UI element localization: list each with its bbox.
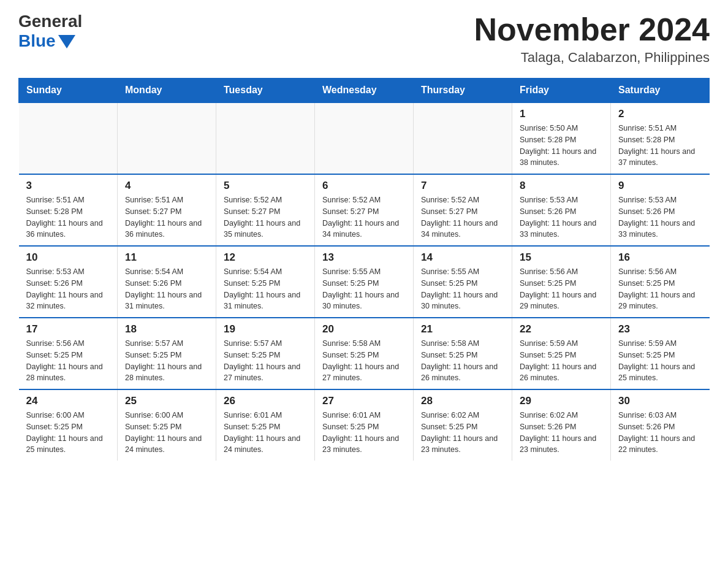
header-cell-saturday: Saturday <box>611 79 710 103</box>
day-number: 23 <box>618 323 702 335</box>
day-cell: 27Sunrise: 6:01 AMSunset: 5:25 PMDayligh… <box>315 389 414 461</box>
day-cell: 3Sunrise: 5:51 AMSunset: 5:28 PMDaylight… <box>19 174 118 246</box>
day-number: 4 <box>125 180 208 192</box>
day-cell: 9Sunrise: 5:53 AMSunset: 5:26 PMDaylight… <box>611 174 710 246</box>
header-cell-wednesday: Wednesday <box>315 79 414 103</box>
title-block: November 2024 Talaga, Calabarzon, Philip… <box>474 12 710 66</box>
day-info: Sunrise: 5:59 AMSunset: 5:25 PMDaylight:… <box>520 338 603 384</box>
day-cell: 5Sunrise: 5:52 AMSunset: 5:27 PMDaylight… <box>216 174 315 246</box>
day-cell: 2Sunrise: 5:51 AMSunset: 5:28 PMDaylight… <box>611 102 710 174</box>
logo-blue-text: Blue <box>18 31 56 51</box>
location-subtitle: Talaga, Calabarzon, Philippines <box>474 50 710 66</box>
day-cell <box>19 102 118 174</box>
day-info: Sunrise: 5:57 AMSunset: 5:25 PMDaylight:… <box>224 338 307 384</box>
day-cell: 10Sunrise: 5:53 AMSunset: 5:26 PMDayligh… <box>19 246 118 318</box>
day-number: 24 <box>26 395 110 407</box>
day-number: 12 <box>224 251 307 264</box>
day-info: Sunrise: 5:58 AMSunset: 5:25 PMDaylight:… <box>421 338 504 384</box>
day-cell: 17Sunrise: 5:56 AMSunset: 5:25 PMDayligh… <box>19 318 118 389</box>
day-info: Sunrise: 5:50 AMSunset: 5:28 PMDaylight:… <box>520 123 603 169</box>
day-info: Sunrise: 5:56 AMSunset: 5:25 PMDaylight:… <box>26 338 110 384</box>
day-info: Sunrise: 6:01 AMSunset: 5:25 PMDaylight:… <box>322 410 406 456</box>
header-cell-monday: Monday <box>118 79 216 103</box>
day-cell: 4Sunrise: 5:51 AMSunset: 5:27 PMDaylight… <box>118 174 216 246</box>
day-number: 3 <box>26 180 110 192</box>
header-cell-thursday: Thursday <box>414 79 512 103</box>
day-number: 25 <box>125 395 208 407</box>
day-number: 15 <box>520 251 603 264</box>
day-cell: 28Sunrise: 6:02 AMSunset: 5:25 PMDayligh… <box>414 389 512 461</box>
day-cell: 19Sunrise: 5:57 AMSunset: 5:25 PMDayligh… <box>216 318 315 389</box>
day-cell: 6Sunrise: 5:52 AMSunset: 5:27 PMDaylight… <box>315 174 414 246</box>
day-info: Sunrise: 5:51 AMSunset: 5:28 PMDaylight:… <box>618 123 702 169</box>
day-number: 18 <box>125 323 208 335</box>
day-number: 11 <box>125 251 208 264</box>
day-cell <box>118 102 216 174</box>
header-cell-sunday: Sunday <box>19 79 118 103</box>
day-number: 17 <box>26 323 110 335</box>
header-cell-friday: Friday <box>512 79 611 103</box>
day-info: Sunrise: 5:52 AMSunset: 5:27 PMDaylight:… <box>421 194 504 240</box>
day-number: 13 <box>322 251 406 264</box>
day-info: Sunrise: 5:54 AMSunset: 5:26 PMDaylight:… <box>125 266 208 312</box>
day-cell: 26Sunrise: 6:01 AMSunset: 5:25 PMDayligh… <box>216 389 315 461</box>
day-number: 7 <box>421 180 504 192</box>
day-cell <box>315 102 414 174</box>
day-info: Sunrise: 5:55 AMSunset: 5:25 PMDaylight:… <box>421 266 504 312</box>
day-number: 5 <box>224 180 307 192</box>
page-header: General Blue November 2024 Talaga, Calab… <box>18 12 710 66</box>
day-number: 16 <box>618 251 702 264</box>
day-info: Sunrise: 5:56 AMSunset: 5:25 PMDaylight:… <box>618 266 702 312</box>
day-info: Sunrise: 5:55 AMSunset: 5:25 PMDaylight:… <box>322 266 406 312</box>
day-info: Sunrise: 5:51 AMSunset: 5:28 PMDaylight:… <box>26 194 110 240</box>
day-info: Sunrise: 6:02 AMSunset: 5:26 PMDaylight:… <box>520 410 603 456</box>
day-info: Sunrise: 6:00 AMSunset: 5:25 PMDaylight:… <box>26 410 110 456</box>
day-number: 19 <box>224 323 307 335</box>
logo: General Blue <box>18 12 82 51</box>
day-cell: 11Sunrise: 5:54 AMSunset: 5:26 PMDayligh… <box>118 246 216 318</box>
day-cell: 16Sunrise: 5:56 AMSunset: 5:25 PMDayligh… <box>611 246 710 318</box>
day-number: 2 <box>618 108 702 120</box>
week-row-5: 24Sunrise: 6:00 AMSunset: 5:25 PMDayligh… <box>19 389 710 461</box>
header-row: SundayMondayTuesdayWednesdayThursdayFrid… <box>19 79 710 103</box>
day-number: 22 <box>520 323 603 335</box>
day-info: Sunrise: 5:53 AMSunset: 5:26 PMDaylight:… <box>520 194 603 240</box>
day-cell: 14Sunrise: 5:55 AMSunset: 5:25 PMDayligh… <box>414 246 512 318</box>
day-number: 14 <box>421 251 504 264</box>
header-cell-tuesday: Tuesday <box>216 79 315 103</box>
week-row-1: 1Sunrise: 5:50 AMSunset: 5:28 PMDaylight… <box>19 102 710 174</box>
day-cell: 24Sunrise: 6:00 AMSunset: 5:25 PMDayligh… <box>19 389 118 461</box>
day-cell: 23Sunrise: 5:59 AMSunset: 5:25 PMDayligh… <box>611 318 710 389</box>
day-cell: 15Sunrise: 5:56 AMSunset: 5:25 PMDayligh… <box>512 246 611 318</box>
day-cell: 13Sunrise: 5:55 AMSunset: 5:25 PMDayligh… <box>315 246 414 318</box>
week-row-3: 10Sunrise: 5:53 AMSunset: 5:26 PMDayligh… <box>19 246 710 318</box>
day-number: 28 <box>421 395 504 407</box>
day-cell: 25Sunrise: 6:00 AMSunset: 5:25 PMDayligh… <box>118 389 216 461</box>
day-info: Sunrise: 6:00 AMSunset: 5:25 PMDaylight:… <box>125 410 208 456</box>
week-row-2: 3Sunrise: 5:51 AMSunset: 5:28 PMDaylight… <box>19 174 710 246</box>
day-number: 8 <box>520 180 603 192</box>
day-cell: 7Sunrise: 5:52 AMSunset: 5:27 PMDaylight… <box>414 174 512 246</box>
day-info: Sunrise: 5:53 AMSunset: 5:26 PMDaylight:… <box>618 194 702 240</box>
day-cell: 20Sunrise: 5:58 AMSunset: 5:25 PMDayligh… <box>315 318 414 389</box>
day-cell: 22Sunrise: 5:59 AMSunset: 5:25 PMDayligh… <box>512 318 611 389</box>
month-title: November 2024 <box>474 12 710 47</box>
day-info: Sunrise: 5:52 AMSunset: 5:27 PMDaylight:… <box>322 194 406 240</box>
day-cell: 8Sunrise: 5:53 AMSunset: 5:26 PMDaylight… <box>512 174 611 246</box>
day-number: 30 <box>618 395 702 407</box>
day-cell: 1Sunrise: 5:50 AMSunset: 5:28 PMDaylight… <box>512 102 611 174</box>
day-info: Sunrise: 5:51 AMSunset: 5:27 PMDaylight:… <box>125 194 208 240</box>
logo-general-text: General <box>18 12 82 31</box>
day-number: 26 <box>224 395 307 407</box>
calendar-header: SundayMondayTuesdayWednesdayThursdayFrid… <box>19 79 710 103</box>
day-info: Sunrise: 5:58 AMSunset: 5:25 PMDaylight:… <box>322 338 406 384</box>
calendar-table: SundayMondayTuesdayWednesdayThursdayFrid… <box>18 78 710 461</box>
day-info: Sunrise: 5:57 AMSunset: 5:25 PMDaylight:… <box>125 338 208 384</box>
day-number: 6 <box>322 180 406 192</box>
day-cell <box>216 102 315 174</box>
day-number: 20 <box>322 323 406 335</box>
day-info: Sunrise: 5:52 AMSunset: 5:27 PMDaylight:… <box>224 194 307 240</box>
day-number: 9 <box>618 180 702 192</box>
day-info: Sunrise: 5:59 AMSunset: 5:25 PMDaylight:… <box>618 338 702 384</box>
day-info: Sunrise: 6:03 AMSunset: 5:26 PMDaylight:… <box>618 410 702 456</box>
